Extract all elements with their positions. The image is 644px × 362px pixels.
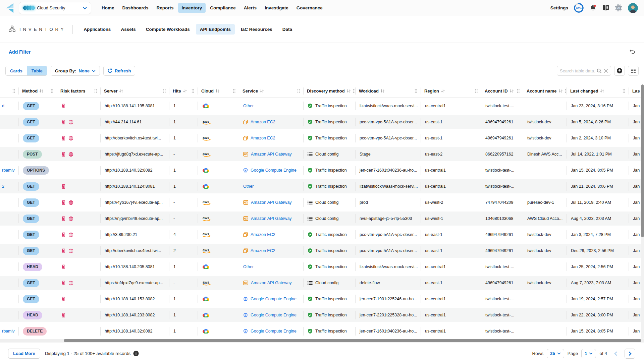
column-header-account_id[interactable]: Account ID	[481, 84, 523, 98]
drag-handle-icon[interactable]	[297, 89, 300, 93]
drag-handle-icon[interactable]	[232, 89, 236, 93]
app-switcher-dropdown[interactable]: Cloud Security	[19, 2, 91, 14]
aws-icon: aws	[202, 119, 211, 125]
cell-service: Other	[239, 98, 304, 114]
horizontal-scrollbar-thumb[interactable]	[64, 339, 641, 342]
service-link[interactable]: Amazon EC2	[251, 120, 275, 124]
group-by-dropdown[interactable]: Group By: None	[51, 66, 100, 76]
drag-handle-icon[interactable]	[12, 89, 15, 93]
service-link[interactable]: Amazon API Gateway	[251, 281, 292, 285]
tab-api-endpoints[interactable]: API Endpoints	[196, 24, 235, 35]
nav-item-reports[interactable]: Reports	[153, 3, 177, 13]
drag-handle-icon[interactable]	[353, 89, 356, 93]
horizontal-scrollbar-track[interactable]	[0, 339, 644, 342]
column-header-workload[interactable]: Workload	[356, 84, 421, 98]
rows-per-page-select[interactable]: 25	[547, 349, 564, 358]
column-header-server[interactable]: Server	[101, 84, 169, 98]
page-number-select[interactable]: 1	[581, 349, 596, 358]
drag-handle-icon[interactable]	[565, 89, 567, 93]
service-link[interactable]: Google Compute Engine	[251, 168, 297, 173]
table-row: dGEThttp://10.188.141.195:80811OtherTraf…	[0, 98, 644, 114]
column-header-region[interactable]: Region	[421, 84, 481, 98]
column-header-method[interactable]: Method	[19, 84, 57, 98]
endpoint-path-link[interactable]: rbamlv	[2, 168, 15, 173]
service-link[interactable]: Amazon API Gateway	[251, 200, 292, 205]
cell-service: Google Compute Engine	[239, 162, 304, 178]
nav-item-dashboards[interactable]: Dashboards	[119, 3, 152, 13]
nav-item-investigate[interactable]: Investigate	[261, 3, 292, 13]
tab-compute-workloads[interactable]: Compute Workloads	[142, 24, 194, 35]
nav-item-alerts[interactable]: Alerts	[240, 3, 260, 13]
cell-discovery: Traffic inspection	[304, 243, 356, 259]
previous-page-button[interactable]	[610, 349, 621, 359]
search-icon[interactable]	[597, 68, 602, 73]
service-link[interactable]: Amazon EC2	[251, 232, 275, 237]
service-link[interactable]: Amazon EC2	[251, 248, 275, 253]
drag-handle-icon[interactable]	[414, 89, 418, 93]
tab-assets[interactable]: Assets	[117, 24, 140, 35]
amazon-ec2-icon	[243, 120, 248, 124]
vertical-scrollbar-thumb[interactable]	[641, 84, 644, 237]
discovery-method-label: Traffic inspection	[315, 329, 347, 334]
drag-handle-icon[interactable]	[94, 89, 97, 93]
cell-workload: lizatwistlock/waas-mock-servi...	[356, 259, 421, 275]
tab-data[interactable]: Data	[278, 24, 296, 35]
service-link[interactable]: Other	[243, 264, 254, 269]
cell-service: Amazon API Gateway	[239, 275, 304, 291]
column-settings-button[interactable]	[628, 66, 639, 76]
documentation-book-icon[interactable]	[602, 5, 609, 11]
table-view-button[interactable]: Table	[27, 66, 47, 75]
nav-item-compliance[interactable]: Compliance	[206, 3, 239, 13]
user-avatar[interactable]	[628, 3, 638, 13]
reset-filters-icon[interactable]	[629, 49, 635, 55]
notifications-bell-icon[interactable]	[589, 4, 597, 11]
tab-applications[interactable]: Applications	[79, 24, 115, 35]
amazon-ec2-icon	[243, 248, 248, 253]
usage-progress-ring[interactable]: 83%	[574, 3, 584, 13]
drag-handle-icon[interactable]	[622, 89, 626, 93]
page-total-label: of 4	[599, 351, 607, 356]
column-header-cloud[interactable]: Cloud	[198, 84, 239, 98]
ai-copilot-chip-icon[interactable]: AI	[615, 4, 623, 12]
search-input[interactable]	[560, 68, 595, 73]
column-header-hits[interactable]: Hits	[169, 84, 198, 98]
download-button[interactable]	[614, 66, 625, 76]
discovery-method-label: Traffic inspection	[315, 120, 347, 124]
next-page-button[interactable]	[625, 349, 635, 359]
endpoint-path-link[interactable]: 2	[2, 184, 4, 189]
drag-handle-icon[interactable]	[475, 89, 478, 93]
service-link[interactable]: Other	[243, 184, 254, 189]
drag-handle-icon[interactable]	[50, 89, 54, 93]
endpoint-path-link[interactable]: d	[2, 104, 4, 108]
drag-handle-icon[interactable]	[163, 89, 166, 93]
drag-handle-icon[interactable]	[517, 89, 520, 93]
drag-handle-icon[interactable]	[191, 89, 195, 93]
service-link[interactable]: Amazon API Gateway	[251, 216, 292, 221]
service-link[interactable]: Google Compute Engine	[251, 329, 297, 334]
cell-cloud: aws	[198, 130, 239, 146]
add-filter-button[interactable]: Add Filter	[9, 49, 31, 55]
service-link[interactable]: Amazon API Gateway	[251, 152, 292, 157]
settings-link[interactable]: Settings	[550, 5, 568, 10]
column-header-discovery[interactable]: Discovery method	[304, 84, 356, 98]
table-row: HEADhttp://10.188.140.205:80811OtherTraf…	[0, 259, 644, 275]
inventory-subheader: INVENTORY ApplicationsAssetsCompute Work…	[0, 16, 644, 43]
refresh-button[interactable]: Refresh	[103, 66, 135, 76]
info-icon[interactable]	[133, 351, 139, 356]
nav-item-home[interactable]: Home	[98, 3, 118, 13]
nav-item-governance[interactable]: Governance	[293, 3, 326, 13]
column-header-last_changed[interactable]: Last changed	[567, 84, 629, 98]
cards-view-button[interactable]: Cards	[6, 66, 27, 75]
clear-search-icon[interactable]	[604, 69, 608, 73]
column-header-account_name[interactable]: Account name	[523, 84, 567, 98]
tab-iac-resources[interactable]: IaC Resources	[237, 24, 276, 35]
endpoint-path-link[interactable]: rbamlv	[2, 329, 15, 334]
column-header-service[interactable]: Service	[239, 84, 304, 98]
cell-method: OPTIONS	[19, 162, 57, 178]
load-more-button[interactable]: Load More	[8, 349, 40, 359]
service-link[interactable]: Other	[243, 104, 254, 108]
service-link[interactable]: Google Compute Engine	[251, 297, 297, 301]
service-link[interactable]: Google Compute Engine	[251, 313, 297, 317]
service-link[interactable]: Amazon EC2	[251, 136, 275, 140]
nav-item-inventory[interactable]: Inventory	[178, 3, 206, 13]
